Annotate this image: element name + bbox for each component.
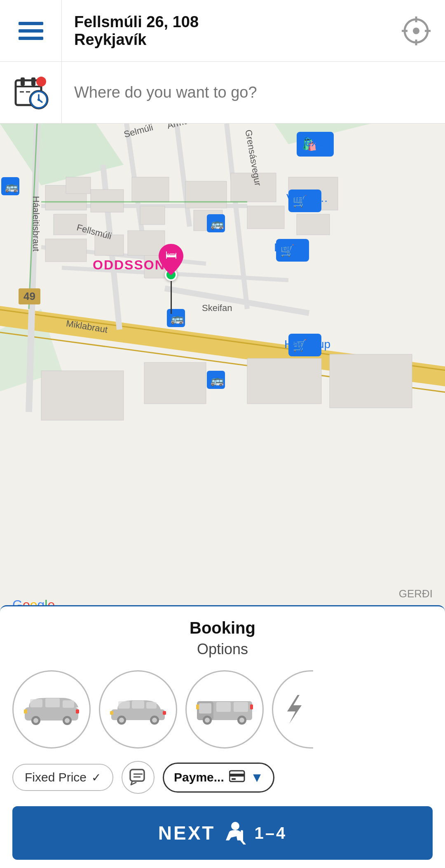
chevron-icon: ▼ [251,770,264,785]
partial-vehicle-icon [277,693,310,726]
vehicle-option-van[interactable] [185,670,264,749]
svg-rect-28 [297,214,330,235]
svg-rect-25 [231,173,276,202]
svg-rect-104 [250,704,253,709]
svg-point-73 [36,77,46,87]
svg-rect-23 [185,181,227,208]
svg-rect-86 [132,701,144,709]
address-line1: Fellsmúli 26, 108 [74,13,383,31]
gerdi-label: GERÐI [399,587,433,600]
svg-point-100 [205,718,210,723]
payment-label: Payme... [174,770,224,784]
booking-panel: Booking Options [0,605,445,868]
svg-point-72 [37,98,40,101]
vehicle-option-minivan[interactable] [12,670,91,749]
svg-text:🛒: 🛒 [293,194,307,208]
address-row: Fellsmúli 26, 108 Reykjavík [0,0,445,62]
svg-rect-34 [144,363,206,404]
svg-rect-96 [199,703,211,714]
svg-rect-19 [66,177,91,194]
card-icon [229,770,246,783]
next-label: NEXT [158,822,215,844]
svg-point-79 [33,718,38,723]
van-icon [196,693,253,726]
svg-rect-103 [196,704,199,709]
fixed-price-label: Fixed Price [25,770,87,784]
svg-point-102 [239,718,244,723]
oddsson-label: ODDSSON [93,257,165,273]
svg-rect-93 [163,711,166,715]
svg-text:🛒: 🛒 [293,339,307,352]
svg-rect-18 [54,214,87,235]
passenger-icon [225,822,248,845]
destination-input[interactable] [62,84,445,101]
svg-rect-92 [110,711,113,715]
svg-rect-76 [45,698,60,707]
passenger-info: 1–4 [225,822,287,845]
booking-subtitle: Options [12,641,433,658]
hamburger-icon [19,22,43,40]
gps-icon [402,16,431,45]
sedan-icon [109,693,167,726]
gps-button[interactable] [396,10,437,51]
payment-button[interactable]: Payme... ▼ [163,763,274,793]
destination-row [0,62,445,124]
svg-text:🛒: 🛒 [280,244,295,257]
svg-point-57 [413,28,419,34]
options-row: Fixed Price ✓ Payme... ▼ [12,761,433,794]
svg-point-91 [152,718,157,723]
vehicle-option-sedan[interactable] [99,670,177,749]
svg-rect-36 [330,354,412,408]
vehicle-option-partial[interactable] [272,670,313,749]
passenger-count: 1–4 [254,824,287,842]
svg-rect-97 [216,702,231,712]
svg-rect-35 [247,358,321,404]
svg-text:🛏: 🛏 [165,248,177,261]
svg-rect-29 [45,239,87,262]
location-pin-hotel[interactable]: 🛏 [157,243,185,314]
top-bar: Fellsmúli 26, 108 Reykjavík [0,0,445,124]
svg-point-89 [119,718,124,723]
svg-rect-75 [30,699,42,707]
fixed-price-checkmark: ✓ [91,771,101,784]
svg-text:🛍️: 🛍️ [302,137,317,152]
svg-rect-106 [130,770,144,781]
svg-rect-85 [118,701,130,709]
svg-rect-33 [41,371,124,420]
svg-rect-30 [95,235,124,255]
svg-rect-64 [21,77,25,86]
vehicle-options [12,670,433,749]
svg-text:🚌: 🚌 [5,180,19,193]
minivan-icon [23,693,80,726]
svg-rect-110 [230,774,244,777]
svg-marker-105 [287,695,302,724]
next-button[interactable]: NEXT 1–4 [12,806,433,860]
svg-rect-65 [31,77,35,86]
current-address: Fellsmúli 26, 108 Reykjavík [62,13,396,49]
booking-title: Booking [12,619,433,637]
svg-rect-22 [140,206,165,225]
svg-rect-26 [247,206,284,229]
route-number: 49 [19,288,40,304]
svg-rect-77 [63,700,74,708]
svg-rect-111 [232,778,236,780]
svg-line-114 [241,840,245,845]
chat-button[interactable] [122,761,155,794]
svg-text:🚌: 🚌 [211,374,224,387]
payment-icon [229,770,246,786]
svg-rect-82 [24,709,27,714]
svg-rect-87 [146,702,157,709]
chat-icon [129,768,147,786]
svg-rect-21 [132,177,169,202]
menu-button[interactable] [0,0,62,62]
fixed-price-button[interactable]: Fixed Price ✓ [12,764,113,791]
address-line2: Reykjavík [74,31,383,49]
schedule-button[interactable] [0,62,62,124]
calendar-clock-icon [12,74,49,111]
svg-rect-83 [76,709,79,714]
svg-rect-20 [91,190,124,212]
svg-rect-98 [234,702,248,712]
svg-text:🚌: 🚌 [211,217,224,230]
svg-point-112 [231,822,239,830]
svg-point-81 [65,718,70,723]
